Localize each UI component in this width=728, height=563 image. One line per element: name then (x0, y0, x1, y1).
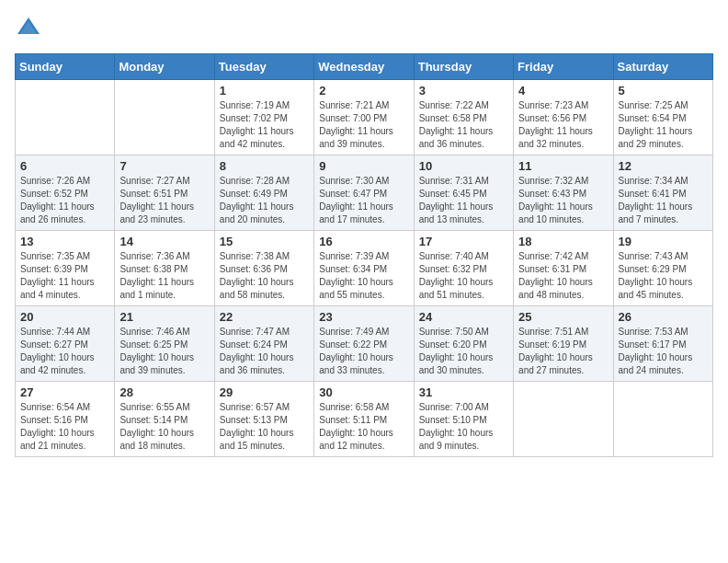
day-number: 9 (319, 159, 408, 173)
day-number: 3 (419, 84, 508, 98)
day-info: Sunrise: 7:19 AM Sunset: 7:02 PM Dayligh… (220, 99, 309, 151)
day-info: Sunrise: 7:40 AM Sunset: 6:32 PM Dayligh… (419, 250, 508, 302)
calendar-day-cell: 25Sunrise: 7:51 AM Sunset: 6:19 PM Dayli… (514, 306, 613, 382)
day-of-week-header: Tuesday (214, 54, 313, 80)
day-number: 15 (220, 235, 309, 248)
day-info: Sunrise: 7:21 AM Sunset: 7:00 PM Dayligh… (319, 99, 408, 151)
day-number: 25 (518, 310, 608, 324)
day-info: Sunrise: 7:38 AM Sunset: 6:36 PM Dayligh… (220, 250, 309, 302)
calendar: SundayMondayTuesdayWednesdayThursdayFrid… (15, 53, 713, 457)
calendar-day-cell (514, 382, 613, 457)
calendar-day-cell: 2Sunrise: 7:21 AM Sunset: 7:00 PM Daylig… (314, 80, 414, 155)
calendar-header-row: SundayMondayTuesdayWednesdayThursdayFrid… (16, 54, 713, 80)
calendar-week-row: 20Sunrise: 7:44 AM Sunset: 6:27 PM Dayli… (16, 306, 713, 382)
day-info: Sunrise: 7:30 AM Sunset: 6:47 PM Dayligh… (319, 175, 408, 226)
calendar-day-cell: 18Sunrise: 7:42 AM Sunset: 6:31 PM Dayli… (514, 231, 613, 306)
calendar-day-cell: 21Sunrise: 7:46 AM Sunset: 6:25 PM Dayli… (115, 306, 214, 382)
day-info: Sunrise: 7:28 AM Sunset: 6:49 PM Dayligh… (220, 175, 309, 226)
calendar-day-cell: 19Sunrise: 7:43 AM Sunset: 6:29 PM Dayli… (613, 231, 712, 306)
calendar-day-cell: 11Sunrise: 7:32 AM Sunset: 6:43 PM Dayli… (514, 155, 613, 231)
calendar-day-cell: 8Sunrise: 7:28 AM Sunset: 6:49 PM Daylig… (214, 155, 313, 231)
calendar-day-cell: 29Sunrise: 6:57 AM Sunset: 5:13 PM Dayli… (214, 382, 313, 457)
day-number: 31 (419, 385, 508, 399)
calendar-day-cell: 16Sunrise: 7:39 AM Sunset: 6:34 PM Dayli… (314, 231, 414, 306)
calendar-day-cell: 1Sunrise: 7:19 AM Sunset: 7:02 PM Daylig… (214, 80, 313, 155)
day-info: Sunrise: 7:42 AM Sunset: 6:31 PM Dayligh… (518, 250, 608, 302)
day-info: Sunrise: 7:27 AM Sunset: 6:51 PM Dayligh… (119, 175, 209, 226)
day-number: 2 (319, 84, 408, 98)
calendar-week-row: 6Sunrise: 7:26 AM Sunset: 6:52 PM Daylig… (16, 155, 713, 231)
calendar-day-cell: 23Sunrise: 7:49 AM Sunset: 6:22 PM Dayli… (314, 306, 414, 382)
day-number: 26 (619, 310, 708, 324)
day-number: 11 (518, 159, 608, 173)
calendar-day-cell: 17Sunrise: 7:40 AM Sunset: 6:32 PM Dayli… (414, 231, 513, 306)
day-number: 7 (119, 159, 209, 173)
day-info: Sunrise: 7:51 AM Sunset: 6:19 PM Dayligh… (518, 326, 608, 377)
day-number: 23 (319, 310, 408, 324)
day-info: Sunrise: 7:00 AM Sunset: 5:10 PM Dayligh… (419, 401, 508, 453)
day-info: Sunrise: 7:43 AM Sunset: 6:29 PM Dayligh… (619, 250, 708, 302)
day-number: 13 (20, 235, 109, 248)
day-number: 16 (319, 235, 408, 248)
day-info: Sunrise: 7:22 AM Sunset: 6:58 PM Dayligh… (419, 99, 508, 151)
day-info: Sunrise: 7:35 AM Sunset: 6:39 PM Dayligh… (20, 250, 109, 302)
calendar-day-cell: 9Sunrise: 7:30 AM Sunset: 6:47 PM Daylig… (314, 155, 414, 231)
calendar-day-cell: 30Sunrise: 6:58 AM Sunset: 5:11 PM Dayli… (314, 382, 414, 457)
day-number: 8 (220, 159, 309, 173)
day-number: 6 (20, 159, 109, 173)
calendar-day-cell: 15Sunrise: 7:38 AM Sunset: 6:36 PM Dayli… (214, 231, 313, 306)
day-number: 28 (119, 385, 209, 399)
day-of-week-header: Friday (514, 54, 613, 80)
calendar-day-cell: 20Sunrise: 7:44 AM Sunset: 6:27 PM Dayli… (16, 306, 115, 382)
calendar-day-cell: 6Sunrise: 7:26 AM Sunset: 6:52 PM Daylig… (16, 155, 115, 231)
day-info: Sunrise: 7:36 AM Sunset: 6:38 PM Dayligh… (119, 250, 209, 302)
day-info: Sunrise: 7:25 AM Sunset: 6:54 PM Dayligh… (619, 99, 708, 151)
calendar-day-cell: 10Sunrise: 7:31 AM Sunset: 6:45 PM Dayli… (414, 155, 513, 231)
day-number: 17 (419, 235, 508, 248)
day-number: 4 (518, 84, 608, 98)
calendar-day-cell (613, 382, 712, 457)
calendar-week-row: 13Sunrise: 7:35 AM Sunset: 6:39 PM Dayli… (16, 231, 713, 306)
calendar-day-cell: 28Sunrise: 6:55 AM Sunset: 5:14 PM Dayli… (115, 382, 214, 457)
day-of-week-header: Saturday (613, 54, 712, 80)
day-info: Sunrise: 7:50 AM Sunset: 6:20 PM Dayligh… (419, 326, 508, 377)
day-info: Sunrise: 6:57 AM Sunset: 5:13 PM Dayligh… (220, 401, 309, 453)
day-info: Sunrise: 7:23 AM Sunset: 6:56 PM Dayligh… (518, 99, 608, 151)
calendar-day-cell: 31Sunrise: 7:00 AM Sunset: 5:10 PM Dayli… (414, 382, 513, 457)
calendar-day-cell: 14Sunrise: 7:36 AM Sunset: 6:38 PM Dayli… (115, 231, 214, 306)
day-info: Sunrise: 7:26 AM Sunset: 6:52 PM Dayligh… (20, 175, 109, 226)
day-info: Sunrise: 7:53 AM Sunset: 6:17 PM Dayligh… (619, 326, 708, 377)
day-number: 12 (619, 159, 708, 173)
day-info: Sunrise: 7:34 AM Sunset: 6:41 PM Dayligh… (619, 175, 708, 226)
logo-icon (15, 15, 42, 42)
calendar-week-row: 1Sunrise: 7:19 AM Sunset: 7:02 PM Daylig… (16, 80, 713, 155)
day-info: Sunrise: 7:31 AM Sunset: 6:45 PM Dayligh… (419, 175, 508, 226)
calendar-day-cell (16, 80, 115, 155)
day-info: Sunrise: 7:39 AM Sunset: 6:34 PM Dayligh… (319, 250, 408, 302)
day-of-week-header: Thursday (414, 54, 513, 80)
day-number: 22 (220, 310, 309, 324)
day-info: Sunrise: 7:49 AM Sunset: 6:22 PM Dayligh… (319, 326, 408, 377)
day-number: 24 (419, 310, 508, 324)
day-number: 29 (220, 385, 309, 399)
calendar-day-cell: 26Sunrise: 7:53 AM Sunset: 6:17 PM Dayli… (613, 306, 712, 382)
day-info: Sunrise: 7:32 AM Sunset: 6:43 PM Dayligh… (518, 175, 608, 226)
day-number: 20 (20, 310, 109, 324)
day-number: 14 (119, 235, 209, 248)
day-number: 1 (220, 84, 309, 98)
day-info: Sunrise: 7:44 AM Sunset: 6:27 PM Dayligh… (20, 326, 109, 377)
calendar-day-cell: 5Sunrise: 7:25 AM Sunset: 6:54 PM Daylig… (613, 80, 712, 155)
day-number: 21 (119, 310, 209, 324)
day-of-week-header: Monday (115, 54, 214, 80)
day-number: 18 (518, 235, 608, 248)
calendar-day-cell: 7Sunrise: 7:27 AM Sunset: 6:51 PM Daylig… (115, 155, 214, 231)
day-info: Sunrise: 6:58 AM Sunset: 5:11 PM Dayligh… (319, 401, 408, 453)
calendar-day-cell: 13Sunrise: 7:35 AM Sunset: 6:39 PM Dayli… (16, 231, 115, 306)
day-of-week-header: Wednesday (314, 54, 414, 80)
calendar-day-cell: 4Sunrise: 7:23 AM Sunset: 6:56 PM Daylig… (514, 80, 613, 155)
logo (15, 15, 46, 42)
calendar-day-cell: 27Sunrise: 6:54 AM Sunset: 5:16 PM Dayli… (16, 382, 115, 457)
calendar-day-cell: 24Sunrise: 7:50 AM Sunset: 6:20 PM Dayli… (414, 306, 513, 382)
calendar-day-cell: 22Sunrise: 7:47 AM Sunset: 6:24 PM Dayli… (214, 306, 313, 382)
day-number: 27 (20, 385, 109, 399)
